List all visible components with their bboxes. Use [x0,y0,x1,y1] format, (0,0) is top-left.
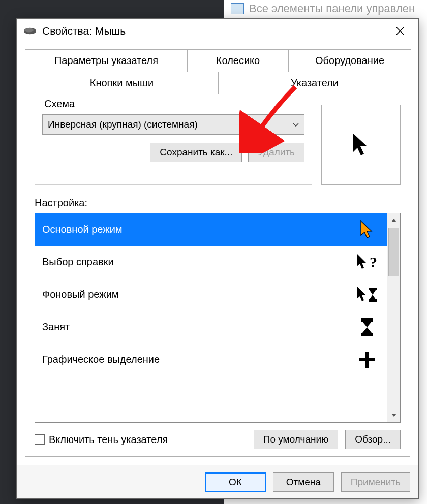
enable-shadow-checkbox[interactable]: Включить тень указателя [35,434,168,446]
svg-text:?: ? [370,254,377,270]
cursor-help-icon: ? [354,251,380,273]
delete-button: Удалить [248,143,304,162]
svg-point-1 [24,28,34,33]
scheme-fieldset: Схема Инверсная (крупная) (системная) Со… [35,105,312,185]
customize-label: Настройка: [35,197,401,209]
cancel-button[interactable]: Отмена [273,472,334,492]
dialog-button-row: ОК Отмена Применить [17,465,418,498]
list-item-label: Занят [42,321,70,333]
control-panel-icon [231,3,244,14]
listbox-scrollbar[interactable] [387,213,400,422]
tab-wheel[interactable]: Колесико [187,49,289,72]
list-item[interactable]: Основной режим [35,213,387,246]
scroll-up-button[interactable] [387,213,400,228]
list-item[interactable]: Фоновый режим [35,278,387,311]
cursor-preview [321,105,401,185]
tab-pointers[interactable]: Указатели [218,72,411,94]
list-item-label: Основной режим [42,224,123,235]
ok-button[interactable]: ОК [205,472,266,492]
checkbox-box [35,434,45,445]
mouse-icon [23,27,37,35]
cursor-busy-icon [354,316,380,338]
checkbox-label: Включить тень указателя [49,434,168,446]
tab-pointer-options[interactable]: Параметры указателя [25,49,188,72]
cursor-listbox[interactable]: Основной режим Выбор справки ? [35,213,401,423]
tab-buttons[interactable]: Кнопки мыши [25,72,219,94]
scheme-selected-value: Инверсная (крупная) (системная) [48,119,198,130]
cursor-crosshair-icon [354,349,380,371]
browse-button[interactable]: Обзор... [345,430,401,449]
svg-rect-5 [361,318,373,322]
control-panel-label: Все элементы панели управлен [249,2,415,15]
svg-rect-4 [369,299,377,302]
svg-rect-6 [361,333,373,336]
tab-hardware[interactable]: Оборудование [288,49,411,72]
list-item-label: Фоновый режим [42,289,119,300]
scroll-thumb[interactable] [388,228,399,276]
cursor-background-icon [354,284,380,306]
mouse-properties-dialog: Свойства: Мышь Параметры указателя Колес… [16,18,419,499]
apply-button: Применить [341,472,410,492]
svg-rect-3 [369,288,377,290]
titlebar: Свойства: Мышь [17,19,418,43]
scroll-down-button[interactable] [387,408,400,422]
tab-strip: Параметры указателя Колесико Оборудовани… [25,49,410,94]
chevron-down-icon [293,120,299,129]
scheme-dropdown[interactable]: Инверсная (крупная) (системная) [42,114,304,135]
defaults-button[interactable]: По умолчанию [254,430,339,449]
list-item[interactable]: Занят [35,311,387,343]
tab-page-pointers: Схема Инверсная (крупная) (системная) Со… [25,94,410,457]
scroll-track[interactable] [387,228,400,408]
list-item-label: Графическое выделение [42,354,160,365]
svg-rect-8 [359,358,375,361]
save-as-button[interactable]: Сохранить как... [150,143,242,162]
scheme-legend: Схема [41,98,78,110]
cursor-arrow-icon [354,218,380,241]
close-button[interactable] [388,21,412,41]
list-item[interactable]: Выбор справки ? [35,246,387,278]
list-item[interactable]: Графическое выделение [35,343,387,376]
list-item-label: Выбор справки [42,256,114,268]
dialog-content: Параметры указателя Колесико Оборудовани… [17,43,418,465]
dialog-title: Свойства: Мышь [42,25,388,37]
